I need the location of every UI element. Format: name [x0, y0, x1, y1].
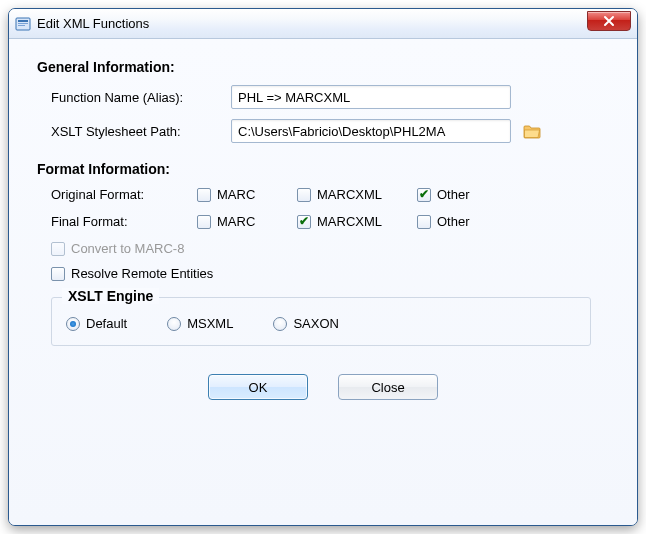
original-other-label: Other — [437, 187, 470, 202]
dialog-content: General Information: Function Name (Alia… — [9, 39, 637, 525]
final-other-checkbox[interactable] — [417, 215, 431, 229]
resolve-entities-label: Resolve Remote Entities — [71, 266, 213, 281]
general-heading: General Information: — [37, 59, 609, 75]
engine-msxml-radio[interactable] — [167, 317, 181, 331]
browse-path-button[interactable] — [521, 120, 543, 142]
titlebar[interactable]: Edit XML Functions — [9, 9, 637, 39]
original-marc-label: MARC — [217, 187, 255, 202]
convert-marc8-label: Convert to MARC-8 — [71, 241, 184, 256]
engine-saxon-label: SAXON — [293, 316, 339, 331]
engine-msxml-label: MSXML — [187, 316, 233, 331]
ok-button[interactable]: OK — [208, 374, 308, 400]
stylesheet-path-label: XSLT Stylesheet Path: — [51, 124, 231, 139]
svg-rect-2 — [18, 23, 28, 24]
engine-saxon-radio[interactable] — [273, 317, 287, 331]
xslt-engine-group: XSLT Engine Default MSXML SAXON — [51, 297, 591, 346]
engine-default-radio[interactable] — [66, 317, 80, 331]
convert-marc8-checkbox — [51, 242, 65, 256]
final-format-label: Final Format: — [51, 214, 197, 229]
function-name-input[interactable] — [231, 85, 511, 109]
original-marc-checkbox[interactable] — [197, 188, 211, 202]
original-other-checkbox[interactable] — [417, 188, 431, 202]
original-marcxml-checkbox[interactable] — [297, 188, 311, 202]
original-marcxml-label: MARCXML — [317, 187, 382, 202]
dialog-window: Edit XML Functions General Information: … — [8, 8, 638, 526]
final-marcxml-label: MARCXML — [317, 214, 382, 229]
svg-rect-3 — [18, 25, 25, 26]
xslt-engine-heading: XSLT Engine — [62, 288, 159, 304]
svg-rect-1 — [18, 20, 28, 22]
close-icon — [603, 15, 615, 27]
final-marc-checkbox[interactable] — [197, 215, 211, 229]
final-other-label: Other — [437, 214, 470, 229]
engine-default-label: Default — [86, 316, 127, 331]
close-dialog-button[interactable]: Close — [338, 374, 438, 400]
format-heading: Format Information: — [37, 161, 609, 177]
app-icon — [15, 16, 31, 32]
final-marc-label: MARC — [217, 214, 255, 229]
resolve-entities-checkbox[interactable] — [51, 267, 65, 281]
folder-icon — [523, 124, 541, 139]
close-button[interactable] — [587, 11, 631, 31]
stylesheet-path-input[interactable] — [231, 119, 511, 143]
final-marcxml-checkbox[interactable] — [297, 215, 311, 229]
function-name-label: Function Name (Alias): — [51, 90, 231, 105]
window-title: Edit XML Functions — [37, 16, 149, 31]
original-format-label: Original Format: — [51, 187, 197, 202]
